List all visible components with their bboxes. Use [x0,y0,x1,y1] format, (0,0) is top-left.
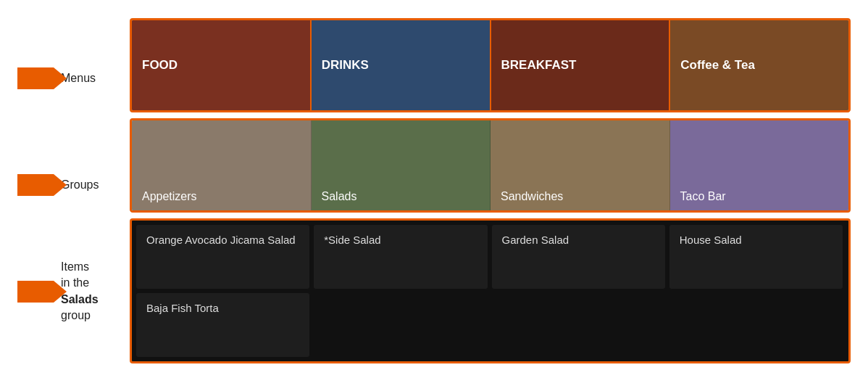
item-house-salad[interactable]: House Salad [669,225,843,289]
groups-section: Appetizers Salads Sandwiches Taco Bar [130,118,851,213]
menu-item-drinks[interactable]: DRINKS [312,20,491,110]
group-item-sandwiches[interactable]: Sandwiches [491,120,670,210]
content-column: FOOD DRINKS BREAKFAST Coffee & Tea Appet… [130,18,851,363]
labels-column: Menus Groups Itemsin theSaladsgroup [17,18,130,345]
groups-label-row: Groups [17,134,130,236]
item-baja-fish[interactable]: Baja Fish Torta [136,293,309,357]
item-garden-salad[interactable]: Garden Salad [492,225,665,289]
menus-section: FOOD DRINKS BREAKFAST Coffee & Tea [130,18,851,112]
menus-label-row: Menus [17,28,130,129]
main-container: Menus Groups Itemsin theSaladsgroup FOOD… [17,11,851,359]
item-orange-avocado[interactable]: Orange Avocado Jicama Salad [136,225,309,289]
group-item-appetizers[interactable]: Appetizers [132,120,312,210]
menu-item-breakfast[interactable]: BREAKFAST [491,20,671,110]
menu-item-coffee[interactable]: Coffee & Tea [670,20,848,110]
items-arrow [17,281,54,303]
group-item-taco-bar[interactable]: Taco Bar [670,120,849,210]
menus-arrow [17,67,54,89]
items-label-row: Itemsin theSaladsgroup [17,241,130,342]
items-section: Orange Avocado Jicama Salad *Side Salad … [130,218,851,363]
groups-arrow [17,174,54,196]
menu-item-food[interactable]: FOOD [132,20,312,110]
group-item-salads[interactable]: Salads [312,120,491,210]
item-side-salad[interactable]: *Side Salad [314,225,487,289]
